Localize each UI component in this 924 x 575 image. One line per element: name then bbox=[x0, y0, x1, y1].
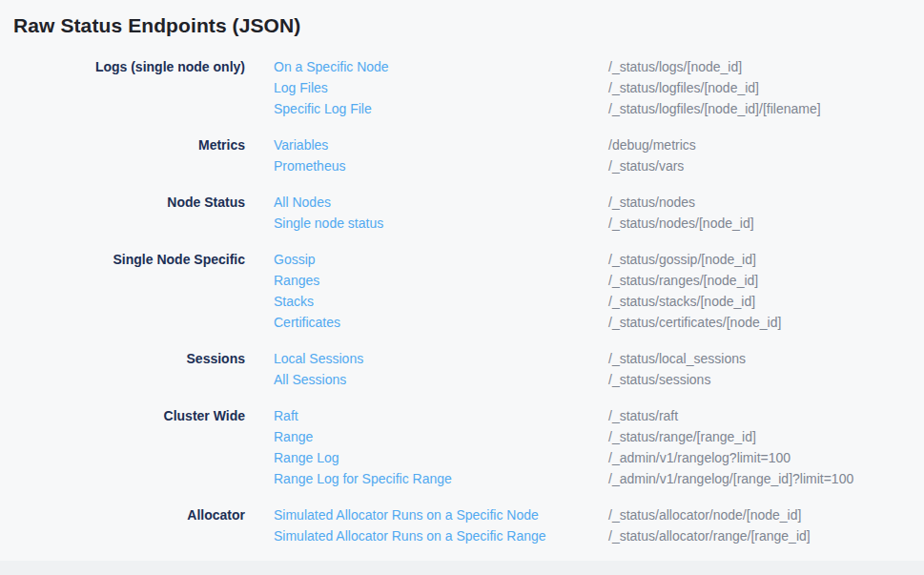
footer-band bbox=[0, 561, 924, 575]
endpoint-path: /_admin/v1/rangelog?limit=100 bbox=[608, 447, 924, 468]
endpoint-path: /_status/nodes bbox=[608, 192, 924, 213]
endpoint-path: /_status/gossip/[node_id] bbox=[608, 249, 924, 270]
endpoint-section: Logs (single node only)On a Specific Nod… bbox=[0, 56, 924, 119]
section-category-label: Sessions bbox=[0, 348, 245, 369]
section-category-label: Cluster Wide bbox=[0, 405, 245, 426]
endpoint-path: /_status/ranges/[node_id] bbox=[608, 270, 924, 291]
section-category-label: Allocator bbox=[0, 504, 245, 525]
endpoint-path: /_status/vars bbox=[608, 155, 924, 176]
endpoint-link[interactable]: Range Log bbox=[274, 447, 339, 468]
section-paths-column: /_status/raft/_status/range/[range_id]/_… bbox=[608, 405, 924, 489]
section-paths-column: /_status/local_sessions/_status/sessions bbox=[608, 348, 924, 390]
endpoint-link[interactable]: Simulated Allocator Runs on a Specific R… bbox=[274, 525, 546, 546]
endpoint-path: /_status/local_sessions bbox=[608, 348, 924, 369]
section-paths-column: /_status/nodes/_status/nodes/[node_id] bbox=[608, 192, 924, 234]
endpoint-link[interactable]: Range Log for Specific Range bbox=[274, 468, 452, 489]
section-links-column: Simulated Allocator Runs on a Specific N… bbox=[274, 504, 580, 546]
raw-status-endpoints-page: Raw Status Endpoints (JSON) Logs (single… bbox=[0, 0, 924, 575]
endpoint-link[interactable]: Log Files bbox=[274, 77, 328, 98]
section-paths-column: /_status/gossip/[node_id]/_status/ranges… bbox=[608, 249, 924, 333]
endpoint-link[interactable]: Prometheus bbox=[274, 155, 345, 176]
endpoint-link[interactable]: Stacks bbox=[274, 291, 314, 312]
endpoint-path: /_status/stacks/[node_id] bbox=[608, 291, 924, 312]
section-paths-column: /_status/allocator/node/[node_id]/_statu… bbox=[608, 504, 924, 546]
section-paths-column: /debug/metrics/_status/vars bbox=[608, 134, 924, 176]
endpoint-path: /_status/raft bbox=[608, 405, 924, 426]
endpoint-section: Cluster WideRaftRangeRange LogRange Log … bbox=[0, 405, 924, 489]
section-links-column: On a Specific NodeLog FilesSpecific Log … bbox=[274, 56, 580, 119]
section-links-column: VariablesPrometheus bbox=[274, 134, 580, 176]
endpoint-path: /_status/logs/[node_id] bbox=[608, 56, 924, 77]
endpoint-path: /_admin/v1/rangelog/[range_id]?limit=100 bbox=[608, 468, 924, 489]
endpoint-path: /_status/sessions bbox=[608, 369, 924, 390]
endpoint-path: /_status/allocator/node/[node_id] bbox=[608, 504, 924, 525]
endpoint-path: /_status/certificates/[node_id] bbox=[608, 312, 924, 333]
endpoint-link[interactable]: Gossip bbox=[274, 249, 316, 270]
endpoint-path: /_status/logfiles/[node_id]/[filename] bbox=[608, 98, 924, 119]
endpoints-list: Logs (single node only)On a Specific Nod… bbox=[0, 56, 924, 546]
endpoint-section: AllocatorSimulated Allocator Runs on a S… bbox=[0, 504, 924, 546]
endpoint-link[interactable]: Local Sessions bbox=[274, 348, 363, 369]
endpoint-link[interactable]: Single node status bbox=[274, 213, 383, 234]
section-links-column: GossipRangesStacksCertificates bbox=[274, 249, 580, 333]
endpoint-link[interactable]: Certificates bbox=[274, 312, 340, 333]
endpoint-section: Node StatusAll NodesSingle node status/_… bbox=[0, 192, 924, 234]
section-paths-column: /_status/logs/[node_id]/_status/logfiles… bbox=[608, 56, 924, 119]
endpoint-link[interactable]: Range bbox=[274, 426, 313, 447]
endpoint-path: /_status/allocator/range/[range_id] bbox=[608, 525, 924, 546]
endpoint-link[interactable]: All Sessions bbox=[274, 369, 346, 390]
endpoint-path: /debug/metrics bbox=[608, 134, 924, 155]
endpoint-path: /_status/nodes/[node_id] bbox=[608, 213, 924, 234]
endpoint-link[interactable]: On a Specific Node bbox=[274, 56, 389, 77]
page-title: Raw Status Endpoints (JSON) bbox=[0, 0, 924, 38]
endpoint-link[interactable]: All Nodes bbox=[274, 192, 331, 213]
section-links-column: Local SessionsAll Sessions bbox=[274, 348, 580, 390]
section-links-column: RaftRangeRange LogRange Log for Specific… bbox=[274, 405, 580, 489]
section-category-label: Logs (single node only) bbox=[0, 56, 245, 77]
endpoint-path: /_status/logfiles/[node_id] bbox=[608, 77, 924, 98]
section-category-label: Node Status bbox=[0, 192, 245, 213]
endpoint-link[interactable]: Simulated Allocator Runs on a Specific N… bbox=[274, 504, 539, 525]
endpoint-link[interactable]: Specific Log File bbox=[274, 98, 372, 119]
endpoint-section: MetricsVariablesPrometheus/debug/metrics… bbox=[0, 134, 924, 176]
section-category-label: Single Node Specific bbox=[0, 249, 245, 270]
section-category-label: Metrics bbox=[0, 134, 245, 155]
endpoint-section: Single Node SpecificGossipRangesStacksCe… bbox=[0, 249, 924, 333]
endpoint-path: /_status/range/[range_id] bbox=[608, 426, 924, 447]
endpoint-link[interactable]: Variables bbox=[274, 134, 328, 155]
endpoint-link[interactable]: Raft bbox=[274, 405, 298, 426]
endpoint-section: SessionsLocal SessionsAll Sessions/_stat… bbox=[0, 348, 924, 390]
endpoint-link[interactable]: Ranges bbox=[274, 270, 319, 291]
section-links-column: All NodesSingle node status bbox=[274, 192, 580, 234]
